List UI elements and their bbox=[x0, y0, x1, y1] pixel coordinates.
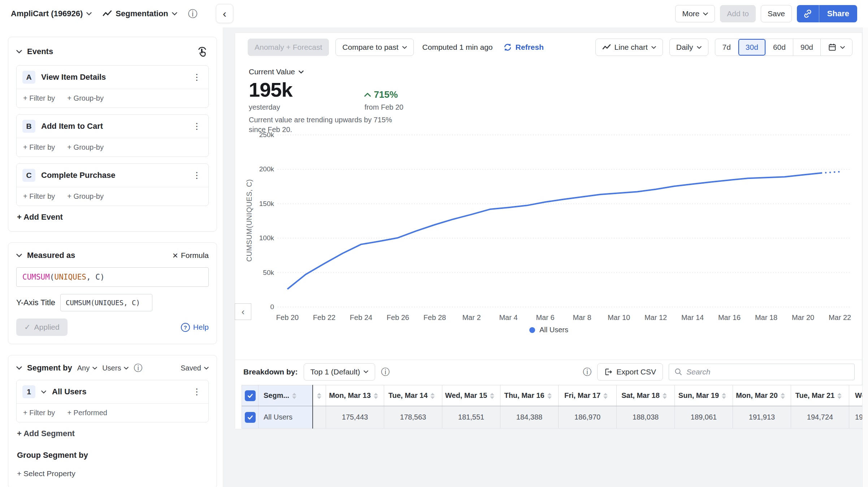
info-icon[interactable]: ⓘ bbox=[188, 9, 198, 18]
sort-icon[interactable] bbox=[603, 392, 608, 400]
kebab-menu-icon[interactable]: ⋮ bbox=[191, 72, 203, 82]
chart-series-line[interactable] bbox=[287, 173, 821, 289]
date-column-header[interactable]: Tue, Mar 21 bbox=[791, 385, 849, 406]
save-button[interactable]: Save bbox=[761, 5, 792, 22]
collapse-section-icon[interactable] bbox=[16, 50, 22, 53]
chart-pan-left-button[interactable]: ‹ bbox=[235, 303, 251, 320]
row-checkbox-cell[interactable] bbox=[242, 406, 259, 429]
date-column-header[interactable]: Wed, Mar 15 bbox=[442, 385, 500, 406]
collapse-section-icon[interactable] bbox=[16, 366, 22, 370]
performed-link[interactable]: + Performed bbox=[67, 409, 107, 417]
add-segment-link[interactable]: + Add Segment bbox=[17, 429, 208, 438]
date-column-header[interactable]: Mon, Mar 20 bbox=[733, 385, 791, 406]
share-button[interactable]: Share bbox=[819, 5, 857, 22]
formula-input[interactable]: CUMSUM(UNIQUES, C) bbox=[16, 267, 209, 287]
kebab-menu-icon[interactable]: ⋮ bbox=[191, 387, 203, 397]
spacer-column-header[interactable] bbox=[313, 385, 326, 406]
add-event-link[interactable]: + Add Event bbox=[17, 212, 208, 222]
sidebar-collapse-button[interactable]: ‹ bbox=[216, 4, 233, 23]
filter-by-link[interactable]: + Filter by bbox=[23, 94, 55, 102]
sort-icon[interactable] bbox=[663, 392, 667, 400]
date-column-header[interactable]: Fri, Mar 17 bbox=[559, 385, 617, 406]
filter-by-link[interactable]: + Filter by bbox=[23, 192, 55, 201]
chevron-down-icon[interactable] bbox=[41, 390, 46, 394]
sort-icon[interactable] bbox=[490, 392, 494, 400]
saved-dropdown[interactable]: Saved bbox=[181, 364, 209, 372]
event-name[interactable]: Add Item to Cart bbox=[41, 122, 185, 131]
any-label: Any bbox=[77, 364, 90, 372]
interval-dropdown[interactable]: Daily bbox=[669, 39, 708, 56]
group-by-link[interactable]: + Group-by bbox=[67, 192, 104, 201]
x-tick-label: Feb 26 bbox=[387, 313, 409, 321]
date-column-header[interactable]: Thu, Mar 16 bbox=[500, 385, 559, 406]
date-column-header[interactable]: Sat, Mar 18 bbox=[617, 385, 675, 406]
sort-icon[interactable] bbox=[430, 392, 435, 400]
copy-link-button[interactable] bbox=[797, 5, 819, 22]
event-card-b[interactable]: B Add Item to Cart ⋮ + Filter by + Group… bbox=[16, 114, 209, 157]
remove-formula-toggle[interactable]: × Formula bbox=[173, 251, 209, 260]
interval-label: Daily bbox=[676, 43, 693, 52]
filter-by-link[interactable]: + Filter by bbox=[23, 143, 55, 152]
sort-icon[interactable] bbox=[781, 392, 785, 400]
segment-column-header[interactable]: Segm... bbox=[259, 385, 313, 406]
select-all-checkbox-header[interactable] bbox=[242, 385, 259, 406]
group-by-link[interactable]: + Group-by bbox=[67, 94, 104, 102]
date-column-header[interactable]: Sun, Mar 19 bbox=[675, 385, 733, 406]
checkbox[interactable] bbox=[245, 412, 256, 423]
event-card-c[interactable]: C Complete Purchase ⋮ + Filter by + Grou… bbox=[16, 163, 209, 206]
export-csv-button[interactable]: Export CSV bbox=[597, 363, 663, 381]
filter-by-link[interactable]: + Filter by bbox=[23, 409, 55, 417]
sort-icon[interactable] bbox=[547, 392, 552, 400]
applied-button[interactable]: ✓ Applied bbox=[16, 319, 68, 336]
chart-legend[interactable]: All Users bbox=[235, 326, 863, 334]
range-90d[interactable]: 90d bbox=[793, 39, 820, 56]
checkbox[interactable] bbox=[245, 390, 256, 401]
sort-icon[interactable] bbox=[837, 392, 842, 400]
info-icon[interactable]: ⓘ bbox=[381, 368, 390, 376]
segment-name[interactable]: All Users bbox=[52, 387, 185, 396]
top-n-label: Top 1 (Default) bbox=[311, 368, 360, 376]
compare-to-past-dropdown[interactable]: Compare to past bbox=[335, 39, 413, 56]
event-card-a[interactable]: A View Item Details ⋮ + Filter by + Grou… bbox=[16, 65, 209, 108]
collapse-section-icon[interactable] bbox=[16, 254, 22, 257]
chart-type-dropdown[interactable]: Line chart bbox=[595, 39, 663, 56]
range-60d[interactable]: 60d bbox=[765, 39, 793, 56]
info-icon[interactable]: ⓘ bbox=[134, 364, 142, 372]
select-property-link[interactable]: + Select Property bbox=[17, 469, 208, 478]
kebab-menu-icon[interactable]: ⋮ bbox=[191, 170, 203, 180]
info-icon[interactable]: ⓘ bbox=[583, 368, 591, 376]
segment-name-cell[interactable]: All Users bbox=[259, 406, 313, 429]
range-7d[interactable]: 7d bbox=[715, 39, 738, 56]
event-name[interactable]: Complete Purchase bbox=[41, 171, 185, 180]
date-column-header[interactable]: Mon, Mar 13 bbox=[326, 385, 384, 406]
partial-column-header[interactable]: We bbox=[849, 385, 863, 406]
kebab-menu-icon[interactable]: ⋮ bbox=[191, 121, 203, 131]
top-n-dropdown[interactable]: Top 1 (Default) bbox=[304, 363, 376, 381]
table-row[interactable]: All Users175,443178,563181,551184,388186… bbox=[242, 406, 863, 429]
help-link[interactable]: ? Help bbox=[181, 323, 209, 332]
sort-icon[interactable] bbox=[317, 392, 321, 400]
sort-icon[interactable] bbox=[722, 392, 726, 400]
segment-card[interactable]: 1 All Users ⋮ + Filter by + Performed bbox=[16, 380, 209, 422]
project-switcher[interactable]: AmpliCart (196926) bbox=[11, 9, 92, 18]
sort-icon[interactable] bbox=[374, 392, 378, 400]
chart-type-switcher[interactable]: Segmentation bbox=[103, 9, 177, 18]
group-by-link[interactable]: + Group-by bbox=[67, 143, 104, 152]
event-name[interactable]: View Item Details bbox=[41, 73, 185, 82]
search-input[interactable] bbox=[686, 368, 849, 376]
tap-icon[interactable] bbox=[196, 45, 209, 58]
date-column-header[interactable]: Tue, Mar 14 bbox=[384, 385, 442, 406]
anomaly-forecast-button[interactable]: Anomaly + Forecast bbox=[248, 39, 329, 56]
add-to-button[interactable]: Add to bbox=[720, 5, 756, 22]
users-dropdown[interactable]: Users bbox=[102, 364, 129, 372]
scrollbar-track[interactable] bbox=[862, 27, 868, 487]
y-axis-title-input[interactable] bbox=[60, 294, 152, 311]
more-button[interactable]: More bbox=[675, 5, 715, 22]
custom-date-range-button[interactable] bbox=[820, 39, 852, 56]
x-tick-label: Feb 24 bbox=[350, 313, 372, 321]
current-value-dropdown[interactable]: Current Value bbox=[249, 67, 465, 76]
refresh-link[interactable]: Refresh bbox=[503, 43, 544, 52]
sort-icon[interactable] bbox=[292, 392, 296, 400]
any-dropdown[interactable]: Any bbox=[77, 364, 97, 372]
range-30d[interactable]: 30d bbox=[738, 39, 765, 56]
